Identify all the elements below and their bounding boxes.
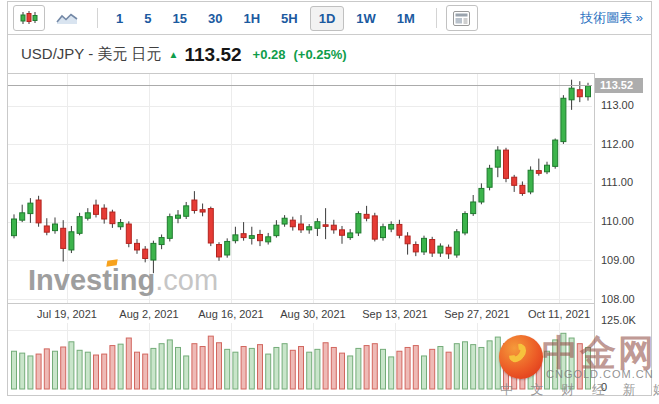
candle [167,217,172,239]
candle [102,208,107,219]
candle [422,238,427,252]
volume-bar [208,336,213,389]
candle [241,234,246,238]
volume-bar [422,356,427,389]
interval-button-5[interactable]: 5 [135,6,160,31]
y-axis-label: 110.00 [601,215,634,227]
interval-button-1w[interactable]: 1W [347,6,385,31]
candle [217,245,222,257]
candle [323,225,328,227]
candle [85,213,90,218]
price-chart-pane[interactable] [8,73,594,304]
volume-bar [471,345,476,389]
volume-bar [12,351,17,389]
candle [504,150,509,178]
candle [577,90,582,97]
volume-bar [274,347,279,389]
candle [397,224,402,235]
price-axis: 113.52 113.00112.00111.00110.00109.00108… [594,73,651,390]
line-chart-icon [56,11,78,25]
candle [340,230,345,235]
y-axis-label: 109.00 [601,254,635,266]
volume-bar [299,347,304,389]
candle [233,235,238,241]
volume-bar [118,344,123,389]
volume-bar [61,347,66,389]
volume-bar [217,343,222,389]
volume-bar [20,353,25,389]
candle [471,202,476,214]
candle [389,224,394,229]
candle [299,224,304,230]
volume-bar [495,337,500,389]
x-axis-label: Sep 27, 2021 [432,308,522,320]
candle [561,98,566,141]
candle [512,177,517,185]
volume-bar [184,356,189,389]
interval-button-30[interactable]: 30 [199,6,231,31]
chart-toolbar: 1515301H5H1D1W1M 技術圖表 » [8,2,651,35]
interval-button-1[interactable]: 1 [107,6,132,31]
volume-bar [577,344,582,389]
interval-button-5h[interactable]: 5H [272,6,307,31]
candle [586,86,591,97]
volume-bar [94,355,99,389]
candle [249,236,254,239]
candle [487,168,492,187]
tech-chart-link[interactable]: 技術圖表 » [580,9,643,27]
volume-pane[interactable] [8,323,594,390]
candle [553,140,558,166]
volume-bar [504,344,509,389]
candle [331,225,336,230]
candle [200,210,205,212]
volume-bar [77,350,82,389]
candle [61,228,66,248]
volume-bar [479,347,484,389]
interval-buttons: 1515301H5H1D1W1M [107,6,427,31]
candle [463,214,468,233]
volume-bar [389,357,394,389]
interval-button-1d[interactable]: 1D [310,6,345,31]
candle [364,214,369,218]
candle [192,200,197,210]
volume-bar [241,347,246,389]
candle [536,171,541,174]
candle [135,243,140,250]
candle [454,232,459,255]
candle [381,227,386,238]
volume-bar [364,346,369,389]
volume-bar [405,347,410,389]
volume-bar [233,352,238,389]
volume-bar [110,346,115,389]
candle [118,222,123,226]
candle [274,225,279,235]
news-panel-button[interactable] [446,5,478,31]
volume-bar [176,347,181,389]
candlestick-chart-button[interactable] [13,5,45,31]
last-price: 113.52 [184,44,241,66]
candle [413,245,418,252]
x-axis-label: Oct 11, 2021 [514,308,604,320]
line-chart-button[interactable] [51,5,83,31]
candle [225,241,230,255]
x-axis: Jul 19, 2021Aug 2, 2021Aug 16, 2021Aug 3… [8,304,594,323]
volume-bar [331,347,336,389]
candle [159,238,164,245]
volume-bar [430,349,435,389]
interval-button-1m[interactable]: 1M [388,6,424,31]
volume-bar [53,351,58,389]
candle [184,206,189,216]
volume-bar [143,354,148,389]
volume-axis-max-label: 125.0K [601,314,636,326]
chart-widget: 1515301H5H1D1W1M 技術圖表 » USD/JPY - 美元 日元 … [7,1,652,396]
candle [176,215,181,218]
toolbar-divider [436,8,437,28]
volume-bar [192,344,197,389]
candle [348,233,353,238]
candle [495,150,500,167]
interval-button-15[interactable]: 15 [163,6,195,31]
candle [569,88,574,100]
interval-button-1h[interactable]: 1H [234,6,269,31]
volume-bar [545,351,550,389]
volume-bar [266,354,271,389]
